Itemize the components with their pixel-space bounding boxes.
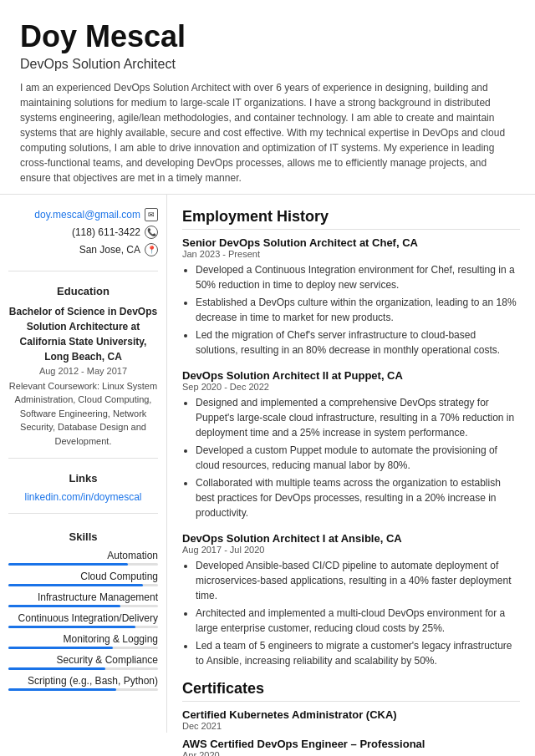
skill-item: Infrastructure Management	[8, 591, 158, 607]
job-bullet: Led a team of 5 engineers to migrate a c…	[196, 638, 520, 668]
phone-number: (118) 611-3422	[72, 226, 140, 238]
skill-bar-bg	[8, 626, 158, 628]
job-bullet: Developed a custom Puppet module to auto…	[196, 443, 520, 473]
cert-name: Certified Kubernetes Administrator (CKA)	[182, 708, 520, 721]
education-dates: Aug 2012 - May 2017	[8, 366, 158, 376]
job-bullet: Led the migration of Chef's server infra…	[196, 327, 520, 358]
main-content: Employment History Senior DevOps Solutio…	[167, 195, 535, 756]
job-title: DevOps Solution Architect II at Puppet, …	[182, 369, 520, 382]
job-bullet: Established a DevOps culture within the …	[196, 295, 520, 325]
education-section: Education Bachelor of Science in DevOps …	[8, 285, 158, 459]
cert-name: AWS Certified DevOps Engineer – Professi…	[182, 738, 520, 750]
job-date: Sep 2020 - Dec 2022	[182, 382, 520, 392]
jobs-list: Senior DevOps Solution Architect at Chef…	[182, 236, 520, 668]
skills-heading: Skills	[8, 530, 158, 543]
skill-bar-fill	[8, 563, 128, 566]
employment-heading: Employment History	[182, 208, 520, 230]
education-degree: Bachelor of Science in DevOps Solution A…	[8, 304, 158, 364]
skill-label: Infrastructure Management	[8, 591, 158, 603]
job-bullet: Architected and implemented a multi-clou…	[196, 606, 520, 636]
skill-bar-bg	[8, 647, 158, 649]
job-title: Senior DevOps Solution Architect at Chef…	[182, 236, 520, 249]
contact-phone: (118) 611-3422 📞	[8, 226, 158, 239]
email-link[interactable]: doy.mescal@gmail.com	[34, 209, 140, 221]
cert-date: Apr 2020	[182, 750, 520, 756]
skill-bar-bg	[8, 667, 158, 670]
skill-bar-bg	[8, 605, 158, 607]
candidate-name: Doy Mescal	[20, 20, 515, 53]
skill-label: Cloud Computing	[8, 571, 158, 582]
contact-section: doy.mescal@gmail.com ✉ (118) 611-3422 📞 …	[8, 208, 158, 271]
skill-bar-fill	[8, 626, 135, 628]
skills-section: Skills Automation Cloud Computing Infras…	[8, 527, 158, 706]
job-item: DevOps Solution Architect II at Puppet, …	[182, 369, 520, 520]
skill-bar-bg	[8, 563, 158, 566]
skill-label: Monitoring & Logging	[8, 633, 158, 645]
education-coursework: Relevant Coursework: Linux System Admini…	[8, 379, 158, 449]
resume-body: doy.mescal@gmail.com ✉ (118) 611-3422 📞 …	[0, 195, 535, 756]
skill-bar-fill	[8, 647, 113, 649]
job-item: DevOps Solution Architect I at Ansible, …	[182, 532, 520, 668]
skill-bar-bg	[8, 688, 158, 691]
candidate-title: DevOps Solution Architect	[20, 57, 515, 72]
linkedin-link[interactable]: linkedin.com/in/doymescal	[8, 491, 158, 503]
skill-label: Security & Compliance	[8, 654, 158, 666]
candidate-summary: I am an experienced DevOps Solution Arch…	[20, 80, 515, 185]
job-bullets: Developed a Continuous Integration envir…	[182, 262, 520, 358]
skill-bar-fill	[8, 667, 105, 670]
mail-icon: ✉	[145, 208, 158, 221]
job-bullet: Designed and implemented a comprehensive…	[196, 395, 520, 440]
skill-item: Continuous Integration/Delivery	[8, 612, 158, 628]
cert-item: Certified Kubernetes Administrator (CKA)…	[182, 708, 520, 731]
contact-location: San Jose, CA 📍	[8, 243, 158, 256]
skill-label: Scripting (e.g., Bash, Python)	[8, 675, 158, 687]
job-date: Jan 2023 - Present	[182, 249, 520, 259]
skill-item: Cloud Computing	[8, 571, 158, 586]
job-bullet: Collaborated with multiple teams across …	[196, 475, 520, 520]
skill-bar-bg	[8, 584, 158, 586]
skill-label: Automation	[8, 550, 158, 561]
resume-header: Doy Mescal DevOps Solution Architect I a…	[0, 0, 535, 195]
degree-text: Bachelor of Science in DevOps Solution A…	[9, 306, 157, 363]
location-text: San Jose, CA	[79, 244, 140, 256]
contact-email[interactable]: doy.mescal@gmail.com ✉	[8, 208, 158, 221]
certificates-section: Certificates Certified Kubernetes Admini…	[182, 680, 520, 756]
certificates-heading: Certificates	[182, 680, 520, 702]
cert-item: AWS Certified DevOps Engineer – Professi…	[182, 738, 520, 756]
skill-item: Security & Compliance	[8, 654, 158, 670]
job-bullets: Developed Ansible-based CI/CD pipeline t…	[182, 558, 520, 668]
location-icon: 📍	[145, 243, 158, 256]
links-section: Links linkedin.com/in/doymescal	[8, 472, 158, 514]
skill-label: Continuous Integration/Delivery	[8, 612, 158, 624]
skill-bar-fill	[8, 688, 116, 691]
job-date: Aug 2017 - Jul 2020	[182, 545, 520, 555]
skills-list: Automation Cloud Computing Infrastructur…	[8, 550, 158, 691]
certs-list: Certified Kubernetes Administrator (CKA)…	[182, 708, 520, 756]
links-heading: Links	[8, 472, 158, 485]
skill-item: Automation	[8, 550, 158, 566]
education-heading: Education	[8, 285, 158, 297]
skill-item: Scripting (e.g., Bash, Python)	[8, 675, 158, 691]
job-bullet: Developed Ansible-based CI/CD pipeline t…	[196, 558, 520, 603]
skill-bar-fill	[8, 584, 143, 586]
job-item: Senior DevOps Solution Architect at Chef…	[182, 236, 520, 358]
sidebar: doy.mescal@gmail.com ✉ (118) 611-3422 📞 …	[0, 195, 167, 733]
job-bullet: Developed a Continuous Integration envir…	[196, 262, 520, 292]
skill-bar-fill	[8, 605, 120, 607]
phone-icon: 📞	[145, 226, 158, 239]
cert-date: Dec 2021	[182, 721, 520, 731]
employment-section: Employment History Senior DevOps Solutio…	[182, 208, 520, 668]
skill-item: Monitoring & Logging	[8, 633, 158, 649]
job-title: DevOps Solution Architect I at Ansible, …	[182, 532, 520, 545]
job-bullets: Designed and implemented a comprehensive…	[182, 395, 520, 520]
